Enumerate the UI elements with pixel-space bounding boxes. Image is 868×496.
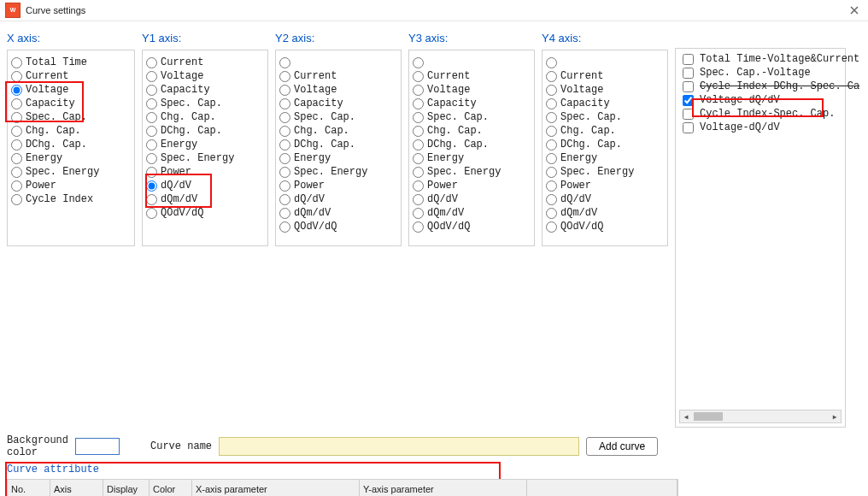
axis-option-label: DChg. Cap.: [294, 139, 355, 151]
axis-option-label: Energy: [427, 152, 464, 164]
axis-option[interactable]: Total Time: [11, 56, 131, 69]
axis-option[interactable]: Voltage: [546, 83, 664, 97]
axis-option[interactable]: Current: [546, 69, 664, 83]
axis-option[interactable]: dQ/dV: [413, 192, 531, 206]
scroll-right-icon[interactable]: ▸: [829, 411, 841, 422]
axis-option[interactable]: Spec. Energy: [413, 165, 531, 179]
axis-option[interactable]: Chg. Cap.: [279, 124, 397, 138]
preset-item[interactable]: Voltage-dQ/dV: [679, 121, 842, 134]
axis-option-none[interactable]: [279, 56, 397, 69]
axis-option[interactable]: Energy: [11, 151, 131, 165]
axis-option[interactable]: Power: [11, 179, 131, 192]
axis-option-label: Spec. Cap.: [560, 111, 622, 123]
axis-option-label: Power: [26, 180, 56, 192]
axis-option-label: Spec. Cap.: [26, 111, 87, 123]
axis-option[interactable]: Spec. Energy: [146, 151, 264, 165]
axis-option[interactable]: Cycle Index: [11, 192, 131, 206]
axis-option[interactable]: Spec. Cap.: [146, 97, 264, 110]
axis-option-label: Current: [294, 70, 337, 82]
add-curve-button[interactable]: Add curve: [586, 437, 658, 456]
axis-option[interactable]: Energy: [279, 151, 397, 165]
axis-option[interactable]: QOdV/dQ: [413, 220, 531, 233]
axis-option-label: Energy: [560, 152, 597, 164]
axis-option-none[interactable]: [546, 56, 664, 69]
close-icon[interactable]: [847, 3, 861, 17]
axis-option[interactable]: Spec. Energy: [11, 165, 131, 179]
th-no: No.: [8, 480, 50, 496]
preset-item[interactable]: Spec. Cap.-Voltage: [679, 66, 842, 80]
axis-option-label: Current: [161, 56, 203, 68]
axis-option[interactable]: dQm/dV: [413, 206, 531, 220]
axis-option[interactable]: Current: [146, 56, 264, 69]
preset-label: Voltage-dQ/dV: [700, 94, 780, 106]
axis-option[interactable]: Voltage: [279, 83, 397, 97]
axis-option[interactable]: dQm/dV: [146, 192, 264, 206]
curve-name-input[interactable]: [219, 437, 579, 456]
axis-option[interactable]: Capacity: [546, 97, 664, 110]
axis-option[interactable]: Capacity: [146, 83, 264, 97]
axis-option[interactable]: Spec. Energy: [279, 165, 397, 179]
axis-option[interactable]: Capacity: [413, 97, 531, 110]
axis-option[interactable]: Chg. Cap.: [146, 110, 264, 124]
axis-option[interactable]: Energy: [413, 151, 531, 165]
preset-item[interactable]: Voltage-dQ/dV: [679, 93, 842, 107]
y4-axis-title: Y4 axis:: [542, 32, 668, 44]
axis-option[interactable]: dQm/dV: [279, 206, 397, 220]
y3-axis-title: Y3 axis:: [408, 32, 535, 44]
axis-option[interactable]: DChg. Cap.: [279, 138, 397, 151]
axis-option[interactable]: Chg. Cap.: [11, 124, 131, 138]
axis-option[interactable]: QOdV/dQ: [279, 220, 397, 233]
axis-option[interactable]: Current: [279, 69, 397, 83]
preset-item[interactable]: Total Time-Voltage&Current: [679, 52, 842, 66]
axis-option[interactable]: Current: [413, 69, 531, 83]
presets-hscrollbar[interactable]: ◂▸: [679, 410, 842, 423]
preset-item[interactable]: Cycle Index-Spec. Cap.: [679, 107, 842, 121]
scroll-left-icon[interactable]: ◂: [680, 411, 692, 422]
axis-option[interactable]: dQm/dV: [546, 206, 664, 220]
axis-option[interactable]: Power: [413, 179, 531, 192]
axis-option-label: Capacity: [427, 97, 477, 109]
axis-option-label: QOdV/dQ: [427, 221, 470, 233]
axis-option[interactable]: Spec. Cap.: [546, 110, 664, 124]
axis-option[interactable]: Voltage: [413, 83, 531, 97]
axis-option[interactable]: Capacity: [279, 97, 397, 110]
axis-option-label: QOdV/dQ: [294, 221, 337, 233]
axis-option[interactable]: Energy: [546, 151, 664, 165]
axis-option[interactable]: dQ/dV: [146, 179, 264, 192]
axis-option-label: Current: [427, 70, 470, 82]
th-color: Color: [150, 480, 192, 496]
preset-label: Total Time-Voltage&Current: [700, 53, 859, 65]
axis-option[interactable]: Capacity: [11, 97, 131, 110]
axis-option[interactable]: DChg. Cap.: [146, 124, 264, 138]
axis-option[interactable]: DChg. Cap.: [11, 138, 131, 151]
axis-option-none[interactable]: [413, 56, 531, 69]
x-axis-box: Total TimeCurrentVoltageCapacitySpec. Ca…: [7, 50, 135, 246]
axis-option[interactable]: Voltage: [11, 83, 131, 97]
axis-option-label: Capacity: [26, 97, 75, 109]
axis-option[interactable]: Chg. Cap.: [413, 124, 531, 138]
curve-name-label: Curve name: [150, 440, 212, 452]
axis-option-label: Chg. Cap.: [26, 125, 81, 137]
preset-item[interactable]: Cycle Index-DChg. Spec. Ca: [679, 80, 842, 93]
axis-option-label: Current: [560, 70, 603, 82]
axis-option[interactable]: dQ/dV: [279, 192, 397, 206]
axis-option[interactable]: DChg. Cap.: [413, 138, 531, 151]
axis-option[interactable]: Current: [11, 69, 131, 83]
axis-option[interactable]: Voltage: [146, 69, 264, 83]
axis-option[interactable]: Spec. Cap.: [279, 110, 397, 124]
axis-option[interactable]: DChg. Cap.: [546, 138, 664, 151]
axis-option[interactable]: dQ/dV: [546, 192, 664, 206]
axis-option[interactable]: Spec. Cap.: [11, 110, 131, 124]
axis-option-label: dQm/dV: [294, 207, 331, 219]
axis-option[interactable]: Energy: [146, 138, 264, 151]
axis-option[interactable]: Power: [146, 165, 264, 179]
axis-option[interactable]: Spec. Cap.: [413, 110, 531, 124]
axis-option[interactable]: Spec. Energy: [546, 165, 664, 179]
bgcolor-swatch[interactable]: [75, 438, 120, 455]
axis-option[interactable]: Chg. Cap.: [546, 124, 664, 138]
axis-option[interactable]: QOdV/dQ: [546, 220, 664, 233]
axis-option[interactable]: Power: [546, 179, 664, 192]
axis-option[interactable]: Power: [279, 179, 397, 192]
scroll-thumb[interactable]: [694, 412, 723, 421]
axis-option[interactable]: QOdV/dQ: [146, 206, 264, 220]
